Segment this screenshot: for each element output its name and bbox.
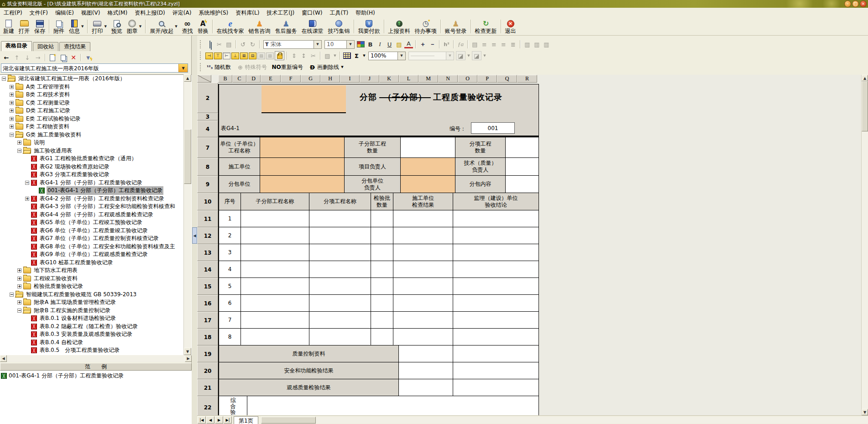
toolbar-grip[interactable] xyxy=(200,63,203,71)
toolbar-button[interactable]: 技巧集锦 xyxy=(326,18,352,35)
input-cell[interactable] xyxy=(241,278,309,295)
tree-item[interactable]: + 说明 xyxy=(0,139,192,147)
tree-expander-icon[interactable]: + xyxy=(17,277,21,281)
input-cell[interactable] xyxy=(393,227,453,244)
toolbar-button[interactable]: 图章 ▼ xyxy=(125,18,144,35)
tree-item[interactable]: − 湖北省建筑工程施工统一用表（2016年版） xyxy=(0,75,192,83)
tree-item[interactable]: + D类 工程施工记录 xyxy=(0,107,192,115)
maximize-button[interactable]: □ xyxy=(852,0,859,7)
input-cell[interactable] xyxy=(399,379,453,396)
sum-dropdown-icon[interactable]: ▼ xyxy=(362,52,366,60)
column-header[interactable]: H xyxy=(320,75,340,83)
input-cell[interactable] xyxy=(309,244,371,261)
menu-item[interactable]: 系统维护(S) xyxy=(195,8,232,18)
sheet-vertical-scrollbar[interactable]: ▲ ▼ xyxy=(861,75,868,415)
delete-row-icon[interactable]: ⊟ xyxy=(249,52,256,59)
row-header[interactable]: 20 xyxy=(197,362,218,379)
menu-item[interactable]: 编辑(E) xyxy=(52,8,78,18)
input-cell[interactable] xyxy=(393,244,453,261)
input-cell[interactable] xyxy=(241,261,309,278)
renumber-icon[interactable]: NO xyxy=(272,63,281,71)
input-cell[interactable] xyxy=(453,210,539,227)
column-header[interactable]: K xyxy=(379,75,399,83)
row-header[interactable]: 22 xyxy=(197,396,218,415)
panel-tab[interactable]: 表格目录 xyxy=(1,41,32,51)
toolbar-button[interactable]: 打开 xyxy=(16,18,32,35)
input-cell[interactable] xyxy=(241,244,309,261)
zoom-combobox[interactable]: 100% ▼ xyxy=(368,52,406,60)
dropdown-arrow-icon[interactable]: ▼ xyxy=(446,52,454,60)
input-cell[interactable] xyxy=(260,158,345,176)
tree-item[interactable]: 表G7 单位（子单位）工程质量控制资料核查记录 xyxy=(0,235,192,243)
tree-expander-icon[interactable]: + xyxy=(17,300,21,304)
fill-pattern-icon[interactable]: ▨ xyxy=(323,52,332,60)
collapse-panel-icon[interactable]: ◀ xyxy=(192,227,197,244)
column-header[interactable]: B xyxy=(218,75,232,83)
input-cell[interactable] xyxy=(309,261,371,278)
table-set-combobox[interactable]: 湖北省建筑工程施工统一用表2016年版 ▼ xyxy=(1,63,188,73)
tree-expander-icon[interactable]: − xyxy=(10,293,14,297)
toolbar-button[interactable]: 售后服务 xyxy=(273,18,299,35)
input-cell[interactable] xyxy=(453,345,539,362)
tree-item[interactable]: + C类 工程测量记录 xyxy=(0,99,192,107)
tree-item[interactable]: + F类 工程物资资料 xyxy=(0,123,192,131)
decrease-icon[interactable]: － xyxy=(428,40,437,48)
column-header[interactable]: N xyxy=(438,75,458,83)
toolbar-button[interactable]: 打印 ▼ xyxy=(89,18,109,35)
input-cell[interactable] xyxy=(401,158,455,176)
toolbar-button[interactable]: 信息 ▼ xyxy=(67,18,86,35)
menu-item[interactable]: 工程(P) xyxy=(0,8,26,18)
input-cell[interactable] xyxy=(393,295,453,312)
row-header[interactable]: 8 xyxy=(197,158,218,176)
font-family-combobox[interactable]: T 宋体 ▼ xyxy=(263,40,322,49)
input-cell[interactable] xyxy=(401,176,455,193)
tree-item[interactable]: 表G3 分项工程质量验收记录 xyxy=(0,171,192,179)
tree-item[interactable]: − G类 施工质量验收资料 xyxy=(0,131,192,139)
input-cell[interactable] xyxy=(241,295,309,312)
insert-row-below-icon[interactable]: ⊢ xyxy=(223,52,230,59)
input-cell[interactable] xyxy=(247,396,539,415)
border-color-dropdown-icon[interactable]: ▼ xyxy=(466,52,471,60)
tree-expander-icon[interactable]: + xyxy=(10,85,14,89)
column-header[interactable]: Q xyxy=(497,75,517,83)
toolbar-button[interactable]: 附件 xyxy=(51,18,67,35)
tree-expander-icon[interactable]: − xyxy=(17,309,21,313)
column-header[interactable]: G xyxy=(301,75,320,83)
tree-expander-icon[interactable]: + xyxy=(10,109,14,113)
combobox-dropdown-icon[interactable]: ▼ xyxy=(178,64,188,72)
last-page-icon[interactable]: ▶| xyxy=(224,416,232,424)
panel-tab[interactable]: 查找结果 xyxy=(59,42,90,51)
serial-number-cell[interactable]: 3 xyxy=(219,244,241,261)
tree-item[interactable]: 表G6 单位（子单位）工程质量竣工验收记录 xyxy=(0,227,192,235)
copy-icon[interactable] xyxy=(205,40,214,48)
tree-item[interactable]: + A类 工程管理资料 xyxy=(0,83,192,91)
input-cell[interactable] xyxy=(241,329,309,345)
border-color-icon[interactable]: ◪ xyxy=(456,51,465,60)
toolbar-button[interactable]: 上报资料 xyxy=(386,18,413,35)
row-header[interactable]: 16 xyxy=(197,295,218,312)
menu-item[interactable]: 工具(T) xyxy=(326,8,352,18)
random-number-label[interactable]: 随机数 xyxy=(214,63,231,71)
toolbar-button[interactable]: 退出 xyxy=(503,18,518,35)
insert-row-icon[interactable]: ⊤ xyxy=(214,52,222,59)
fill-pattern-dropdown-icon[interactable]: ▼ xyxy=(333,52,337,60)
row-header[interactable]: 19 xyxy=(197,345,218,362)
align-right-icon[interactable]: ≡ xyxy=(499,40,508,48)
tree-vertical-scrollbar[interactable]: ▲ ▼ xyxy=(183,74,191,355)
tree-item[interactable]: + 地下防水工程用表 xyxy=(0,267,192,275)
input-cell[interactable] xyxy=(241,312,309,329)
paragraph-icon[interactable]: ▤ xyxy=(471,40,479,48)
menu-item[interactable]: 资料上报(D) xyxy=(131,8,169,18)
input-cell[interactable] xyxy=(393,278,453,295)
input-cell[interactable] xyxy=(371,295,393,312)
column-header[interactable]: D xyxy=(246,75,261,83)
forward-arrow-icon[interactable]: → xyxy=(34,54,42,61)
input-cell[interactable] xyxy=(399,362,453,379)
input-cell[interactable] xyxy=(453,312,539,329)
tree-item[interactable]: − 智能建筑工程质量验收规范 GB 50339-2013 xyxy=(0,291,192,299)
serial-number-cell[interactable]: 2 xyxy=(219,227,241,244)
serial-number-cell[interactable]: 5 xyxy=(219,278,241,295)
scroll-down-icon[interactable]: ▼ xyxy=(184,348,191,355)
row-header[interactable]: 7 xyxy=(197,137,218,158)
italic-icon[interactable]: I xyxy=(376,40,384,48)
